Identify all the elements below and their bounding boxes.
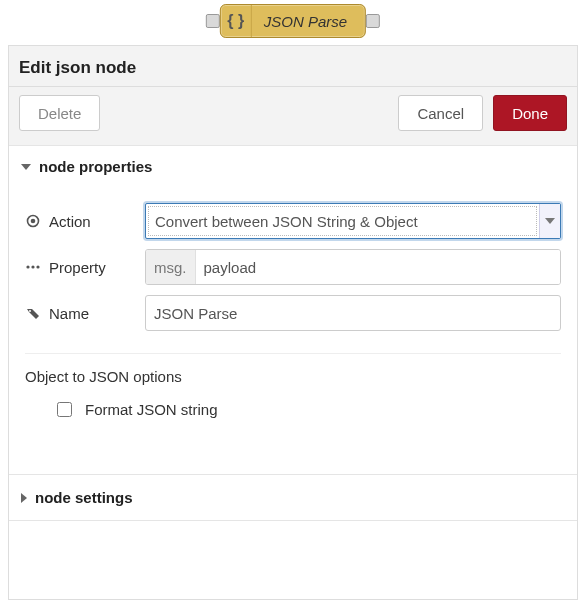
edit-tray: Edit json node Delete Cancel Done node p… xyxy=(8,46,578,600)
section-toggle-properties[interactable]: node properties xyxy=(9,146,577,187)
row-action: Action Convert between JSON String & Obj… xyxy=(25,203,561,239)
properties-body: Action Convert between JSON String & Obj… xyxy=(9,187,577,420)
svg-point-3 xyxy=(31,265,34,268)
node-badge[interactable]: { } JSON Parse xyxy=(206,4,380,38)
format-json-label: Format JSON string xyxy=(85,401,218,418)
svg-point-1 xyxy=(31,219,36,224)
tray-toolbar: Delete Cancel Done xyxy=(9,87,577,146)
json-braces-icon: { } xyxy=(221,5,252,37)
tray-title: Edit json node xyxy=(9,46,577,87)
property-icon xyxy=(25,264,41,270)
name-input[interactable] xyxy=(145,295,561,331)
label-name: Name xyxy=(49,305,89,322)
delete-button[interactable]: Delete xyxy=(19,95,100,131)
row-property: Property msg. xyxy=(25,249,561,285)
property-prefix[interactable]: msg. xyxy=(146,250,196,284)
format-json-row[interactable]: Format JSON string xyxy=(53,399,561,420)
svg-point-5 xyxy=(29,310,31,312)
action-select-wrap[interactable]: Convert between JSON String & ObjectAlwa… xyxy=(145,203,561,239)
node-body[interactable]: { } JSON Parse xyxy=(220,4,366,38)
divider xyxy=(25,353,561,354)
section-title-properties: node properties xyxy=(39,158,152,175)
svg-point-4 xyxy=(36,265,39,268)
object-to-json-heading: Object to JSON options xyxy=(25,368,561,385)
section-title-settings: node settings xyxy=(35,489,133,506)
row-name: Name xyxy=(25,295,561,331)
select-arrow-icon xyxy=(539,204,560,238)
action-icon xyxy=(25,214,41,228)
label-property: Property xyxy=(49,259,106,276)
action-select[interactable]: Convert between JSON String & ObjectAlwa… xyxy=(148,206,537,236)
cancel-button[interactable]: Cancel xyxy=(398,95,483,131)
property-input[interactable] xyxy=(196,250,560,284)
label-action: Action xyxy=(49,213,91,230)
node-input-port[interactable] xyxy=(206,14,220,28)
svg-point-2 xyxy=(26,265,29,268)
format-json-checkbox[interactable] xyxy=(57,402,72,417)
node-output-port[interactable] xyxy=(366,14,380,28)
tag-icon xyxy=(25,306,41,320)
node-label: JSON Parse xyxy=(252,13,365,30)
chevron-down-icon xyxy=(21,164,31,170)
section-toggle-settings[interactable]: node settings xyxy=(9,475,577,520)
done-button[interactable]: Done xyxy=(493,95,567,131)
property-typed-input[interactable]: msg. xyxy=(145,249,561,285)
chevron-right-icon xyxy=(21,493,27,503)
